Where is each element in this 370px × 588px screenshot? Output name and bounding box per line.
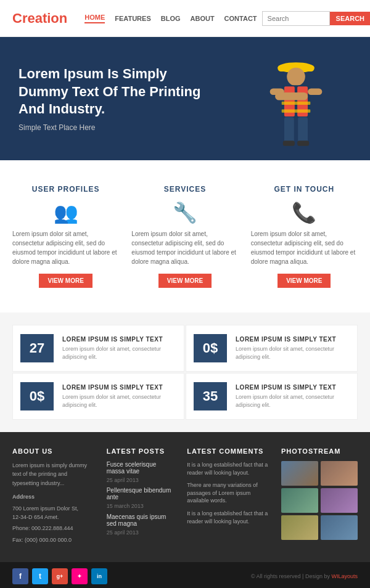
header: Creation HOME FEATURES BLOG ABOUT CONTAC… bbox=[0, 0, 370, 37]
post-link-1[interactable]: Pellentesque bibendum ante bbox=[107, 487, 175, 500]
social-linkedin[interactable]: in bbox=[91, 568, 107, 584]
footer-fax: Fax: (000) 000.00 000.0 bbox=[12, 536, 94, 544]
view-more-btn-1[interactable]: VIEW MORE bbox=[158, 274, 212, 288]
footer-address: 700 Lorem ipsum Dolor St,12-34-D 654 Ame… bbox=[12, 504, 94, 522]
photo-4[interactable] bbox=[281, 515, 318, 540]
svg-rect-8 bbox=[275, 92, 308, 100]
social-icons: f t g+ ✦ in bbox=[12, 568, 107, 584]
footer-photostream: PHOTOSTREAM bbox=[281, 447, 358, 547]
nav-home[interactable]: HOME bbox=[84, 14, 105, 23]
footer-comments-title: LATEST COMMENTS bbox=[187, 447, 269, 455]
stats-section: 27 LOREM IPSUM IS SIMPLY TEXT Lorem ipsu… bbox=[0, 312, 370, 432]
stat-desc-1: Lorem ipsum dolor sit amet, consectetur … bbox=[236, 345, 350, 361]
footer-comments: LATEST COMMENTS It is a long established… bbox=[187, 447, 269, 547]
design-credit-link[interactable]: WILayouts bbox=[331, 573, 358, 579]
post-date-0: 25 april 2013 bbox=[107, 476, 175, 484]
footer-about: ABOUT US Lorem ipsum is simply dummy tex… bbox=[12, 447, 94, 547]
feature-title-2: GET IN TOUCH bbox=[251, 185, 358, 194]
logo: Creation bbox=[12, 10, 67, 27]
stats-grid: 27 LOREM IPSUM IS SIMPLY TEXT Lorem ipsu… bbox=[12, 325, 358, 420]
nav-features[interactable]: FEATURES bbox=[115, 15, 150, 22]
nav-contact[interactable]: CONTACT bbox=[224, 15, 257, 22]
photo-0[interactable] bbox=[281, 461, 318, 486]
feature-icon-0: 👥 bbox=[12, 201, 119, 224]
svg-rect-9 bbox=[284, 117, 294, 143]
stat-number-0: 27 bbox=[20, 334, 54, 362]
comment-0: It is a long established fact that a rea… bbox=[187, 461, 269, 476]
photo-2[interactable] bbox=[281, 488, 318, 513]
view-more-btn-2[interactable]: VIEW MORE bbox=[278, 274, 331, 288]
feature-text-1: Lorem ipsum dolor sit amet, consectetur … bbox=[131, 229, 238, 266]
photo-1[interactable] bbox=[321, 461, 358, 486]
worker-illustration bbox=[253, 49, 339, 160]
hero-figure bbox=[247, 43, 345, 160]
footer-phone: Phone: 000.222.888.444 bbox=[12, 524, 94, 533]
stat-title-1: LOREM IPSUM IS SIMPLY TEXT bbox=[236, 336, 350, 343]
feature-user-profiles: USER PROFILES 👥 Lorem ipsum dolor sit am… bbox=[12, 185, 119, 288]
svg-rect-12 bbox=[297, 141, 309, 145]
stat-title-3: LOREM IPSUM IS SIMPLY TEXT bbox=[236, 384, 350, 391]
logo-accent: C bbox=[12, 10, 22, 26]
features-section: USER PROFILES 👥 Lorem ipsum dolor sit am… bbox=[0, 160, 370, 312]
nav-about[interactable]: ABOUT bbox=[191, 15, 215, 22]
features-grid: USER PROFILES 👥 Lorem ipsum dolor sit am… bbox=[12, 185, 358, 288]
post-date-1: 15 march 2013 bbox=[107, 502, 175, 510]
footer-about-title: ABOUT US bbox=[12, 447, 94, 455]
footer-address-label: Address bbox=[12, 492, 94, 501]
view-more-btn-0[interactable]: VIEW MORE bbox=[39, 274, 92, 288]
nav-blog[interactable]: BLOG bbox=[161, 15, 181, 22]
stat-1: 0$ LOREM IPSUM IS SIMPLY TEXT Lorem ipsu… bbox=[186, 325, 358, 372]
footer-copyright: © All rights reserved | Design by WILayo… bbox=[251, 573, 358, 579]
feature-text-0: Lorem ipsum dolor sit amet, consectetur … bbox=[12, 229, 119, 266]
stat-desc-2: Lorem ipsum dolor sit amet, consectetur … bbox=[62, 393, 176, 409]
social-facebook[interactable]: f bbox=[12, 568, 28, 584]
stat-number-2: 0$ bbox=[20, 382, 54, 410]
footer-main: ABOUT US Lorem ipsum is simply dummy tex… bbox=[0, 432, 370, 562]
social-twitter[interactable]: t bbox=[32, 568, 48, 584]
footer-posts-title: LATEST POSTS bbox=[107, 447, 175, 455]
social-flickr[interactable]: ✦ bbox=[72, 568, 88, 584]
stat-2: 0$ LOREM IPSUM IS SIMPLY TEXT Lorem ipsu… bbox=[12, 373, 184, 420]
stat-content-3: LOREM IPSUM IS SIMPLY TEXT Lorem ipsum d… bbox=[236, 384, 350, 409]
svg-rect-11 bbox=[283, 141, 295, 145]
post-link-2[interactable]: Maecenas quis ipsum sed magna bbox=[107, 513, 175, 527]
social-googleplus[interactable]: g+ bbox=[52, 568, 68, 584]
comment-1: There are many variations of passages of… bbox=[187, 481, 269, 505]
photo-5[interactable] bbox=[321, 515, 358, 540]
hero-title: Lorem Ipsum Is Simply Dummy Text Of The … bbox=[18, 65, 204, 118]
svg-rect-7 bbox=[308, 89, 322, 96]
hero-text: Lorem Ipsum Is Simply Dummy Text Of The … bbox=[18, 65, 204, 132]
footer-posts: LATEST POSTS Fusce scelerisque massa vit… bbox=[107, 447, 175, 547]
stat-content-0: LOREM IPSUM IS SIMPLY TEXT Lorem ipsum d… bbox=[62, 336, 176, 361]
stat-desc-3: Lorem ipsum dolor sit amet, consectetur … bbox=[236, 393, 350, 409]
svg-point-2 bbox=[287, 68, 305, 86]
stat-number-1: 0$ bbox=[194, 334, 227, 362]
svg-rect-14 bbox=[282, 109, 311, 112]
search-input[interactable] bbox=[262, 11, 330, 26]
feature-services: SERVICES 🔧 Lorem ipsum dolor sit amet, c… bbox=[131, 185, 238, 288]
footer-bar: f t g+ ✦ in © All rights reserved | Desi… bbox=[0, 562, 370, 588]
feature-contact: GET IN TOUCH 📞 Lorem ipsum dolor sit ame… bbox=[251, 185, 358, 288]
footer-photostream-title: PHOTOSTREAM bbox=[281, 447, 358, 455]
feature-text-2: Lorem ipsum dolor sit amet, consectetur … bbox=[251, 229, 358, 266]
hero-subtitle: Simple Text Place Here bbox=[18, 123, 204, 132]
search-button[interactable]: SEARCH bbox=[330, 12, 370, 25]
photo-3[interactable] bbox=[321, 488, 358, 513]
feature-title-0: USER PROFILES bbox=[12, 185, 119, 194]
stat-title-2: LOREM IPSUM IS SIMPLY TEXT bbox=[62, 384, 176, 391]
post-date-2: 25 april 2013 bbox=[107, 528, 175, 537]
stat-content-1: LOREM IPSUM IS SIMPLY TEXT Lorem ipsum d… bbox=[236, 336, 350, 361]
stat-title-0: LOREM IPSUM IS SIMPLY TEXT bbox=[62, 336, 176, 343]
svg-rect-10 bbox=[298, 117, 308, 143]
search-area: SEARCH bbox=[262, 11, 370, 26]
photo-grid bbox=[281, 461, 358, 540]
svg-rect-13 bbox=[282, 102, 311, 105]
feature-title-1: SERVICES bbox=[131, 185, 238, 194]
footer-about-text: Lorem ipsum is simply dummy text of the … bbox=[12, 461, 94, 488]
post-link-0[interactable]: Fusce scelerisque massa vitae bbox=[107, 461, 175, 475]
main-nav: HOME FEATURES BLOG ABOUT CONTACT bbox=[80, 14, 261, 23]
hero-section: Lorem Ipsum Is Simply Dummy Text Of The … bbox=[0, 37, 370, 160]
stat-0: 27 LOREM IPSUM IS SIMPLY TEXT Lorem ipsu… bbox=[12, 325, 184, 372]
stat-content-2: LOREM IPSUM IS SIMPLY TEXT Lorem ipsum d… bbox=[62, 384, 176, 409]
stat-number-3: 35 bbox=[194, 382, 227, 410]
